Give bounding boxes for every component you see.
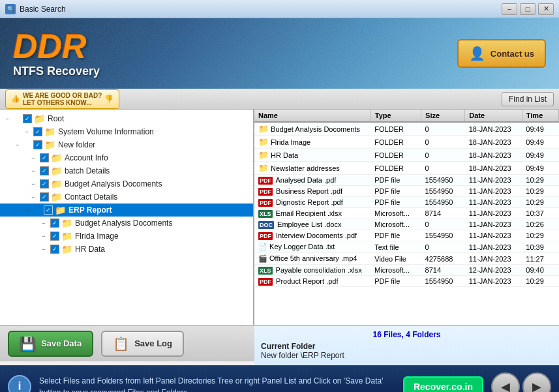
tree-item-budget[interactable]: − 📁 Budget Analysis Docoments — [0, 177, 253, 190]
cell-date: 11-JAN-2023 — [465, 219, 522, 230]
checkbox-account[interactable] — [40, 153, 49, 162]
checkbox-florida-sub[interactable] — [50, 232, 59, 241]
table-row[interactable]: 📁 Flrida Image FOLDER 0 18-JAN-2023 09:4… — [254, 136, 559, 149]
table-row[interactable]: PDF Interview Docoments .pdf PDF file 15… — [254, 230, 559, 241]
cell-date: 11-JAN-2023 — [465, 230, 522, 241]
cell-time: 10:37 — [522, 208, 558, 219]
save-data-label: Save Data — [41, 339, 82, 348]
cell-name: XLS Email Recipient .xlsx — [254, 208, 370, 219]
current-folder-label: Current Folder — [261, 342, 552, 351]
checkbox-new-folder[interactable] — [33, 140, 42, 149]
dash-hrdata: − — [39, 245, 48, 254]
dash-budget-sub: − — [39, 219, 48, 228]
cell-type: Video File — [370, 253, 421, 265]
checkbox-erp[interactable] — [44, 205, 53, 215]
find-in-list-button[interactable]: Find in List — [502, 92, 554, 106]
table-row[interactable]: 📄 Key Logger Data .txt Text file 0 11-JA… — [254, 241, 559, 253]
table-row[interactable]: XLS Email Recipient .xlsx Microsoft... 8… — [254, 208, 559, 219]
folder-icon-florida-sub: 📁 — [61, 231, 72, 241]
checkbox-svi[interactable] — [33, 127, 42, 136]
save-data-button[interactable]: 💾 Save Data — [8, 331, 93, 357]
tree-label-contact: Contact Details — [65, 192, 117, 202]
table-row[interactable]: DOC Employee List .docx Microsoft... 0 1… — [254, 219, 559, 230]
dash-florida-sub: − — [39, 232, 48, 241]
table-row[interactable]: PDF Analysed Data .pdf PDF file 1554950 … — [254, 175, 559, 186]
nav-buttons: ◀ ▶ — [491, 372, 551, 393]
tree-item-florida-sub[interactable]: − 📁 Flrida Image — [0, 230, 253, 243]
checkbox-contact[interactable] — [40, 192, 49, 202]
table-row[interactable]: 📁 HR Data FOLDER 0 18-JAN-2023 09:49 — [254, 149, 559, 162]
cell-type: PDF file — [370, 276, 421, 287]
minimize-button[interactable]: − — [502, 3, 517, 15]
contact-button[interactable]: 👤 Contact us — [457, 39, 546, 68]
col-type[interactable]: Type — [370, 110, 421, 122]
save-log-button[interactable]: 📋 Save Log — [101, 331, 184, 357]
tree-item-hrdata[interactable]: − 📁 HR Data — [0, 243, 253, 256]
checkbox-budget-sub[interactable] — [50, 219, 59, 228]
rating-badge[interactable]: 👍 WE ARE GOOD OR BAD? LET OTHERS KNOW...… — [5, 89, 119, 109]
cell-type: Text file — [370, 241, 421, 253]
tree-label-account: Account Info — [65, 153, 108, 162]
cell-size: 1554950 — [421, 186, 465, 197]
banner-bar: 👍 WE ARE GOOD OR BAD? LET OTHERS KNOW...… — [0, 89, 559, 110]
table-row[interactable]: PDF Business Report .pdf PDF file 155495… — [254, 186, 559, 197]
tree-item-budget-sub[interactable]: − 📁 Budget Analysis Docoments — [0, 217, 253, 230]
table-row[interactable]: PDF Dignostic Report .pdf PDF file 15549… — [254, 197, 559, 208]
tree-item-batch[interactable]: − 📁 batch Details — [0, 164, 253, 177]
tree-item-svi[interactable]: − 📁 System Volume Information — [0, 125, 253, 138]
nav-back-button[interactable]: ◀ — [491, 372, 520, 393]
bottom-section: 💾 Save Data 📋 Save Log 16 Files, 4 Folde… — [0, 325, 559, 365]
expander-new-folder[interactable]: − — [13, 140, 22, 149]
cell-time: 10:29 — [522, 230, 558, 241]
save-log-label: Save Log — [134, 339, 172, 348]
tree-label-budget: Budget Analysis Docoments — [65, 179, 162, 188]
table-row[interactable]: PDF Product Report .pdf PDF file 1554950… — [254, 276, 559, 287]
close-button[interactable]: ✕ — [538, 3, 554, 15]
folder-icon-contact: 📁 — [51, 192, 62, 202]
status-text: Select Files and Folders from left Panel… — [39, 375, 395, 393]
tree-item-root[interactable]: − 📁 Root — [0, 112, 253, 125]
cell-size: 0 — [421, 219, 465, 230]
cell-type: Microsoft... — [370, 219, 421, 230]
table-row[interactable]: 🎬 Office 5th anniversary .mp4 Video File… — [254, 253, 559, 265]
cell-type: Microsoft... — [370, 208, 421, 219]
tree-item-new-folder[interactable]: − 📁 New folder — [0, 138, 253, 151]
cell-time: 09:49 — [522, 122, 558, 136]
maximize-button[interactable]: □ — [520, 3, 536, 15]
expander-svi — [13, 127, 22, 136]
tree-item-account[interactable]: − 📁 Account Info — [0, 151, 253, 164]
badge-text: WE ARE GOOD OR BAD? LET OTHERS KNOW... — [23, 92, 102, 106]
cell-size: 8714 — [421, 208, 465, 219]
cell-date: 11-JAN-2023 — [465, 186, 522, 197]
tree-item-contact[interactable]: − 📁 Contact Details — [0, 190, 253, 204]
cell-type: PDF file — [370, 175, 421, 186]
cell-name: 📄 Key Logger Data .txt — [254, 241, 370, 253]
action-bar: 💾 Save Data 📋 Save Log — [0, 325, 254, 361]
expander-root[interactable]: − — [3, 114, 12, 123]
nav-forward-button[interactable]: ▶ — [522, 372, 551, 393]
titlebar-controls: − □ ✕ — [502, 3, 554, 15]
tree-item-erp[interactable]: − 📁 ERP Report — [0, 204, 253, 217]
checkbox-batch[interactable] — [40, 166, 49, 175]
col-name[interactable]: Name — [254, 110, 370, 122]
table-row[interactable]: XLS Payable consolidation .xlsx Microsof… — [254, 265, 559, 276]
cell-size: 0 — [421, 149, 465, 162]
folder-icon-account: 📁 — [51, 153, 62, 163]
table-row[interactable]: 📁 Newslatter addresses FOLDER 0 18-JAN-2… — [254, 162, 559, 175]
cell-type: Microsoft... — [370, 265, 421, 276]
checkbox-budget[interactable] — [40, 179, 49, 188]
info-icon: i — [8, 375, 31, 393]
cell-time: 09:49 — [522, 162, 558, 175]
checkbox-hrdata[interactable] — [50, 245, 59, 254]
tree-label-erp: ERP Report — [68, 205, 112, 215]
expander-erp[interactable]: − — [23, 205, 33, 215]
col-time[interactable]: Time — [522, 110, 558, 122]
checkbox-root[interactable] — [23, 114, 32, 123]
col-size[interactable]: Size — [421, 110, 465, 122]
cell-size: 1554950 — [421, 230, 465, 241]
main-content: − 📁 Root − 📁 System Volume Information −… — [0, 110, 559, 325]
col-date[interactable]: Date — [465, 110, 522, 122]
table-row[interactable]: 📁 Budget Analysis Docoments FOLDER 0 18-… — [254, 122, 559, 136]
save-data-icon: 💾 — [20, 336, 36, 352]
tree-label-new-folder: New folder — [58, 140, 95, 149]
